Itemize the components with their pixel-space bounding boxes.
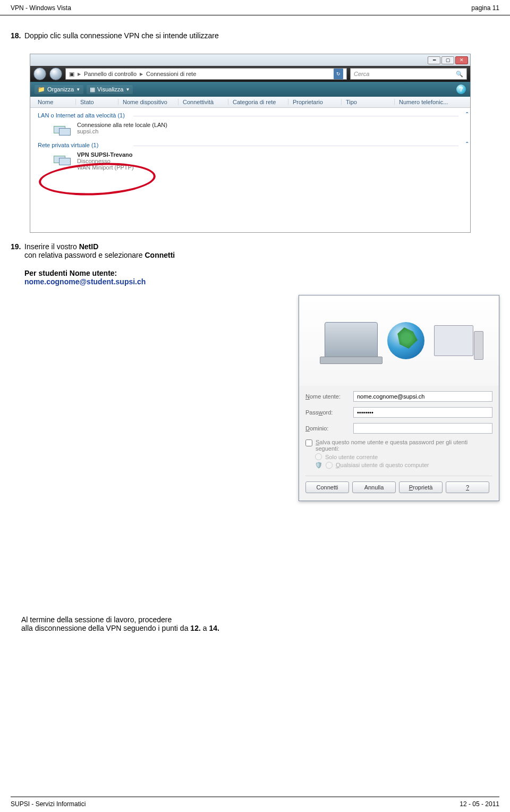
step-19-conn: Connetti (144, 251, 175, 259)
refresh-button[interactable]: ↻ (334, 69, 343, 79)
step19-sub-email: nome.cognome@student.supsi.ch (24, 277, 255, 286)
col-tipo[interactable]: Tipo (346, 99, 395, 105)
network-icon (52, 151, 72, 166)
view-icon: ▦ (90, 86, 95, 93)
step-18-num: 18. (11, 31, 24, 40)
back-button[interactable] (33, 67, 46, 80)
view-button[interactable]: ▦ Visualizza ▼ (87, 85, 133, 94)
step19-sub-line1: Per studenti Nome utente: (24, 269, 255, 277)
forward-button[interactable] (49, 67, 62, 80)
col-nome[interactable]: Nome (38, 99, 76, 105)
titlebar: ━ ▢ ✕ (30, 54, 470, 66)
connect-button[interactable]: Connetti (305, 481, 349, 493)
step-19-pre: Inserire il vostro (24, 242, 79, 251)
save-credentials-label: Salva questo nome utente e questa passwo… (316, 439, 492, 452)
collapse-icon[interactable]: ˆ (466, 111, 468, 117)
col-categoria[interactable]: Categoria di rete (233, 99, 288, 105)
group-vpn-label: Rete privata virtuale (1) (38, 142, 98, 148)
page-footer: SUPSI - Servizi Informatici 12 - 05 - 20… (11, 797, 499, 808)
search-placeholder: Cerca (354, 71, 369, 77)
radio-current-user (315, 453, 322, 460)
doc-title: VPN - Windows Vista (11, 4, 71, 12)
page-header: VPN - Windows Vista pagina 11 (0, 0, 510, 15)
save-credentials-checkbox[interactable] (305, 439, 312, 446)
help-button[interactable]: ? (456, 84, 466, 94)
toolbar: 📁 Organizza ▼ ▦ Visualizza ▼ ? (30, 82, 470, 97)
explorer-window: ━ ▢ ✕ ▣ ▶ Pannello di controllo ▶ Connes… (30, 54, 471, 233)
file-area: LAN o Internet ad alta velocità (1) ˆ Co… (30, 108, 470, 232)
maximize-button[interactable]: ▢ (441, 56, 454, 64)
organize-label: Organizza (47, 86, 74, 92)
end-l2a: alla disconnessione della VPN seguendo i… (21, 624, 190, 632)
vpn-name: VPN SUPSI-Trevano (77, 151, 134, 158)
username-label: NNome utente:ome utente: (305, 393, 353, 400)
radio-all-users (326, 462, 333, 469)
step-19-mid: con relativa password e selezionare (24, 251, 144, 259)
vpn-connection-item[interactable]: VPN SUPSI-Trevano Disconnesso WAN Minipo… (38, 150, 470, 174)
footer-right: 12 - 05 - 2011 (460, 800, 499, 808)
organize-button[interactable]: 📁 Organizza ▼ (35, 85, 83, 94)
collapse-icon[interactable]: ˆ (466, 141, 468, 147)
radio-current-user-label: Solo utente corrente (325, 454, 378, 460)
step-19-num: 19. (11, 242, 24, 259)
step-19: 19. Inserire il vostro NetID con relativ… (11, 242, 255, 286)
end-mid: a (201, 624, 209, 632)
view-label: Visualizza (97, 86, 123, 92)
search-icon: 🔍 (456, 71, 463, 78)
step-19-text: Inserire il vostro NetID con relativa pa… (24, 242, 175, 259)
dialog-illustration (299, 295, 499, 386)
laptop-icon (325, 322, 378, 359)
group-vpn[interactable]: Rete privata virtuale (1) ˆ (38, 140, 470, 150)
domain-label: Dominio:Dominio: (305, 425, 353, 432)
shield-icon: 🛡️ (315, 461, 322, 469)
password-label: Password:Password: (305, 409, 353, 416)
cancel-button[interactable]: Annulla (352, 481, 396, 493)
lan-connection-item[interactable]: Connessione alla rete locale (LAN) supsi… (38, 121, 470, 140)
step-19-sub: Per studenti Nome utente: nome.cognome@s… (24, 269, 255, 286)
step-19-netid: NetID (79, 242, 99, 251)
chevron-right-icon: ▶ (140, 72, 143, 77)
lan-sub: supsi.ch (77, 128, 167, 134)
end-p2: 14. (209, 624, 219, 632)
breadcrumb-networkconn[interactable]: Connessioni di rete (146, 71, 196, 77)
col-stato[interactable]: Stato (80, 99, 118, 105)
page-number: pagina 11 (471, 4, 499, 12)
username-input[interactable] (353, 391, 492, 402)
col-dispositivo[interactable]: Nome dispositivo (123, 99, 178, 105)
chevron-down-icon: ▼ (125, 87, 130, 92)
breadcrumb-controlpanel[interactable]: Pannello di controllo (84, 71, 137, 77)
connect-dialog: NNome utente:ome utente: Password:Passwo… (299, 295, 499, 501)
end-line1: Al termine della sessione di lavoro, pro… (21, 615, 489, 624)
domain-input (353, 423, 492, 434)
globe-icon (387, 322, 424, 359)
pc-icon (434, 325, 473, 356)
minimize-button[interactable]: ━ (428, 56, 440, 64)
nav-bar: ▣ ▶ Pannello di controllo ▶ Connessioni … (30, 66, 470, 82)
password-input[interactable] (353, 407, 492, 418)
group-lan-label: LAN o Internet ad alta velocità (1) (38, 112, 125, 119)
network-icon (52, 122, 72, 137)
column-headers: Nome Stato Nome dispositivo Connettività… (30, 97, 470, 108)
col-proprietario[interactable]: Proprietario (293, 99, 342, 105)
control-panel-icon: ▣ (69, 71, 74, 78)
folder-icon: 📁 (38, 86, 45, 93)
col-numero[interactable]: Numero telefonic... (399, 99, 466, 105)
group-lan[interactable]: LAN o Internet ad alta velocità (1) ˆ (38, 110, 470, 121)
chevron-down-icon: ▼ (76, 87, 80, 92)
radio-all-users-label: Qualsiasi utente di questo computerQuals… (336, 462, 429, 468)
end-line2: alla disconnessione della VPN seguendo i… (21, 624, 489, 632)
end-p1: 12. (190, 624, 200, 632)
footer-left: SUPSI - Servizi Informatici (11, 800, 86, 808)
vpn-device: WAN Miniport (PPTP) (77, 164, 134, 171)
help-button[interactable]: ? (446, 481, 489, 493)
chevron-right-icon: ▶ (78, 72, 81, 77)
close-button[interactable]: ✕ (455, 56, 468, 64)
col-connettivita[interactable]: Connettività (183, 99, 228, 105)
search-input[interactable]: Cerca 🔍 (350, 68, 467, 80)
address-bar[interactable]: ▣ ▶ Pannello di controllo ▶ Connessioni … (65, 68, 347, 80)
end-text: Al termine della sessione di lavoro, pro… (21, 615, 489, 632)
lan-name: Connessione alla rete locale (LAN) (77, 122, 167, 128)
step-18: 18. Doppio clic sulla connessione VPN ch… (11, 31, 499, 40)
vpn-status: Disconnesso (77, 158, 134, 164)
properties-button[interactable]: ProprietàProprietà (399, 481, 443, 493)
